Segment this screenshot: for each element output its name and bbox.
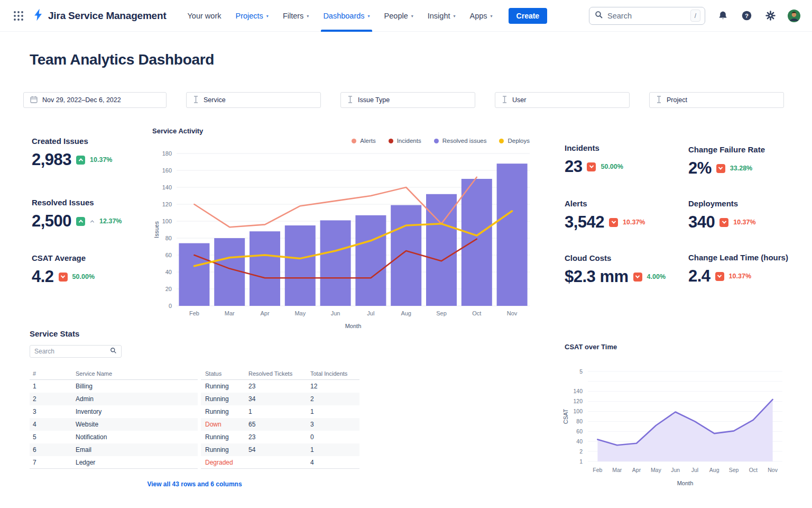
chevron-down-icon: ▾	[491, 14, 493, 19]
svg-text:80: 80	[576, 418, 583, 424]
table-cell: 1	[310, 408, 359, 415]
nav-item-people[interactable]: People▾	[384, 0, 413, 32]
legend-item-alerts[interactable]: Alerts	[352, 138, 375, 144]
service-activity-card: Service Activity AlertsIncidentsResolved…	[152, 127, 537, 334]
svg-text:Sep: Sep	[729, 467, 739, 473]
table-cell: 0	[310, 433, 359, 441]
legend-dot	[352, 139, 356, 143]
table-cell: 65	[248, 421, 310, 428]
help-icon[interactable]: ?	[740, 10, 753, 22]
table-cell: 7	[30, 459, 76, 466]
chart-bar	[462, 179, 492, 306]
svg-text:Aug: Aug	[401, 310, 411, 316]
user-filter[interactable]: User	[495, 92, 630, 108]
table-cell: Running	[201, 446, 248, 453]
svg-text:Mar: Mar	[612, 467, 622, 473]
nav-item-filters[interactable]: Filters▾	[283, 0, 309, 32]
csat-over-time-card: CSAT over Time 124060801001201405FebMarA…	[560, 343, 788, 496]
table-cell: Running	[201, 395, 248, 403]
svg-text:Nov: Nov	[507, 310, 518, 316]
nav-item-projects[interactable]: Projects▾	[235, 0, 268, 32]
chart-legend: AlertsIncidentsResolved issuesDeploys	[352, 138, 530, 144]
filter-ibeam-icon	[347, 96, 353, 105]
table-cell: 2	[310, 395, 359, 403]
table-cell: Running	[201, 408, 248, 415]
app-root: Jira Service Management Your work Projec…	[0, 0, 812, 508]
app-switcher-grid-icon[interactable]	[12, 9, 25, 23]
date-range-filter[interactable]: Nov 29, 2022–Dec 6, 2022	[23, 92, 167, 108]
svg-text:40: 40	[576, 438, 583, 444]
search-input[interactable]	[607, 12, 686, 20]
svg-text:Feb: Feb	[189, 310, 199, 316]
table-header-row: #Service NameStatusResolved TicketsTotal…	[30, 367, 359, 380]
trend-up-badge	[76, 217, 85, 226]
jira-bolt-icon	[33, 8, 44, 23]
chart-bar	[355, 215, 386, 306]
csat-over-time-chart: 124060801001201405FebMarAprMayJunJulAugS…	[560, 358, 788, 493]
nav-item-apps[interactable]: Apps▾	[470, 0, 493, 32]
filter-ibeam-icon	[656, 96, 662, 105]
table-cell: 1	[30, 383, 76, 390]
trend-down-badge	[716, 164, 725, 173]
table-cell: 4	[30, 421, 76, 428]
project-filter[interactable]: Project	[649, 92, 784, 108]
chart-bar	[497, 164, 528, 306]
caret-up-icon	[90, 220, 94, 224]
nav-item-dashboards[interactable]: Dashboards▾	[323, 0, 370, 32]
svg-text:Mar: Mar	[225, 310, 235, 316]
table-cell: Billing	[76, 383, 198, 390]
svg-text:?: ?	[745, 13, 749, 19]
table-header-cell: Service Name	[76, 370, 198, 377]
svg-text:Jun: Jun	[331, 310, 340, 316]
trend-down-badge	[633, 273, 642, 282]
issue-type-filter[interactable]: Issue Type	[340, 92, 475, 108]
nav-item-insight[interactable]: Insight▾	[428, 0, 456, 32]
table-cell: Ledger	[76, 459, 198, 466]
brand-logo-home[interactable]: Jira Service Management	[33, 8, 167, 23]
nav-item-your-work[interactable]: Your work	[188, 0, 222, 32]
global-search[interactable]: /	[589, 7, 705, 25]
trend-down-badge	[719, 218, 728, 227]
service-stats-table: #Service NameStatusResolved TicketsTotal…	[30, 367, 359, 469]
legend-item-deploys[interactable]: Deploys	[499, 138, 530, 144]
user-avatar[interactable]	[788, 10, 800, 22]
svg-text:2: 2	[579, 448, 583, 455]
chevron-down-icon: ▾	[411, 14, 413, 19]
svg-text:5: 5	[579, 368, 583, 375]
svg-text:40: 40	[165, 269, 172, 275]
svg-text:140: 140	[162, 184, 172, 190]
table-cell: 54	[248, 446, 310, 453]
legend-item-incidents[interactable]: Incidents	[389, 138, 421, 144]
table-cell: 23	[248, 433, 310, 441]
service-filter[interactable]: Service	[186, 92, 321, 108]
table-cell: Admin	[76, 395, 198, 403]
chevron-down-icon: ▾	[453, 14, 455, 19]
svg-text:CSAT: CSAT	[562, 409, 569, 424]
table-row: 1BillingRunning2312	[30, 380, 359, 393]
primary-nav: Your work Projects▾ Filters▾ Dashboards▾…	[188, 0, 493, 32]
svg-text:120: 120	[162, 201, 172, 207]
table-cell: Running	[201, 433, 248, 441]
notifications-bell-icon[interactable]	[716, 10, 729, 22]
trend-up-badge	[76, 156, 85, 165]
legend-item-resolved-issues[interactable]: Resolved issues	[434, 138, 487, 144]
svg-text:0: 0	[169, 303, 172, 309]
table-cell: 23	[248, 383, 310, 390]
table-row: 4WebsiteDown653	[30, 418, 359, 431]
navbar-right: / ?	[589, 7, 800, 25]
filter-ibeam-icon	[502, 96, 508, 105]
chart-bar	[391, 205, 421, 306]
table-search-input[interactable]	[34, 348, 107, 355]
view-all-link[interactable]: View all 43 rows and 6 columns	[30, 480, 359, 488]
table-search[interactable]	[30, 345, 122, 358]
search-icon	[595, 11, 603, 21]
create-button[interactable]: Create	[509, 8, 548, 24]
table-cell: 2	[30, 395, 76, 403]
svg-text:Jul: Jul	[367, 310, 374, 316]
table-header-cell: #	[30, 370, 76, 377]
settings-gear-icon[interactable]	[764, 10, 777, 22]
trend-down-badge	[715, 272, 724, 281]
svg-text:1: 1	[579, 458, 583, 465]
svg-text:Jul: Jul	[691, 467, 698, 473]
table-header-cell: Resolved Tickets	[248, 370, 310, 377]
